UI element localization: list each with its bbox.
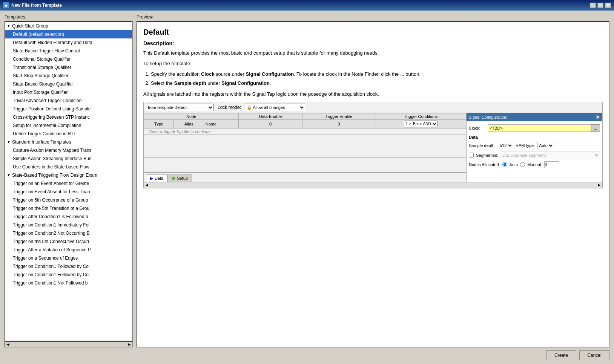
item-trigger-after-violation[interactable]: Trigger After a Violation of Sequence P: [5, 246, 132, 254]
preview-para1: This Default template provides the most …: [143, 49, 603, 57]
tab-data[interactable]: ▶ Data: [146, 174, 167, 182]
preview-area: Default Description: This Default templa…: [137, 21, 609, 347]
ram-type-select[interactable]: Auto: [537, 142, 554, 149]
close-button[interactable]: ✕: [605, 3, 611, 8]
item-hidden-hierarchy[interactable]: Default with Hidden Hierarchy and Data: [5, 38, 132, 47]
item-capture-avalon[interactable]: Capture Avalon Memory Mapped Trans: [5, 146, 132, 154]
segmented-checkbox[interactable]: [469, 153, 474, 158]
item-setup-incremental[interactable]: Setup for Incremental Compilation: [5, 121, 132, 130]
item-start-stop[interactable]: Start-Stop Storage Qualifier: [5, 72, 132, 80]
nodes-auto-radio[interactable]: [502, 162, 507, 167]
item-trivial-advanced-trigger[interactable]: Trivial Advanced Trigger Condition: [5, 96, 132, 105]
item-simple-avalon[interactable]: Simple Avalon Streaming Interface Bus: [5, 154, 132, 163]
preview-label: Preview:: [137, 14, 609, 20]
item-transitional-storage[interactable]: Transitional Storage Qualifier: [5, 63, 132, 72]
item-trigger-after-condition1[interactable]: Trigger After Condition1 is Followed b: [5, 213, 132, 221]
templates-label: Templates:: [5, 14, 133, 20]
window-title: New File from Template: [11, 3, 62, 8]
de-val: 0: [239, 119, 302, 128]
data-enable-header: Data Enable: [239, 113, 302, 119]
stp-scroll-left[interactable]: ◄: [144, 182, 149, 188]
item-define-trigger[interactable]: Define Trigger Condition in RTL: [5, 130, 132, 138]
segmented-label: Segmented:: [476, 153, 498, 158]
item-conditional-storage[interactable]: Conditional Storage Qualifier: [5, 55, 132, 63]
step-2: Select the Sample depth under Signal Con…: [151, 79, 603, 87]
templates-tree: ▼ Quick Start Group Default (default sel…: [5, 21, 133, 341]
group-state-based-triggering[interactable]: ▼ State-Based Triggering Flow Design Exa…: [5, 171, 132, 179]
signal-config-label: Signal Configuration:: [469, 115, 507, 119]
item-cross-triggering[interactable]: Cross-triggering Between STP Instanc: [5, 113, 132, 121]
item-trigger-5th-consecutive[interactable]: Trigger on the 5th Consecutive Occurr: [5, 237, 132, 246]
tab-setup[interactable]: ⚙ Setup: [167, 174, 192, 182]
signal-table: Node Data Enable Trigger Enable Trigger …: [144, 113, 466, 173]
scroll-left-btn[interactable]: ◄: [6, 342, 10, 347]
group-quick-start[interactable]: ▼ Quick Start Group: [5, 22, 132, 30]
cancel-button[interactable]: Cancel: [579, 350, 609, 360]
expand-icon-3: ▼: [7, 172, 11, 179]
trigger-enable-header: Trigger Enable: [302, 113, 376, 119]
preview-para2: To setup the template:: [143, 60, 603, 67]
trigger-condition-select[interactable]: 1 ✓ Basic AND: [404, 121, 438, 127]
bottom-bar: Create Cancel: [5, 347, 609, 360]
clock-label: Clock:: [469, 126, 488, 130]
data-section-label: Data: [469, 135, 600, 139]
sample-depth-select[interactable]: 512: [498, 142, 513, 149]
item-trigger-condition1-not-followed[interactable]: Trigger on Condition1 Not Followed b: [5, 279, 132, 287]
data-tab-icon: ▶: [150, 176, 153, 181]
item-default[interactable]: Default (default selection): [5, 30, 132, 38]
item-trigger-5th-occurrence[interactable]: Trigger on 5th Occurrence of a Group: [5, 196, 132, 204]
te-val: 0: [302, 119, 376, 128]
item-trigger-event-absent-greater[interactable]: Trigger on an Event Absent for Greate: [5, 179, 132, 188]
segmented-select[interactable]: 2 256 sample segments: [500, 151, 600, 159]
signal-tap-preview: from template Default Lock mode: 🔒 Allow…: [143, 102, 603, 188]
signal-config-close[interactable]: ✕: [596, 114, 600, 120]
lock-mode-select[interactable]: 🔒 Allow all changes: [245, 104, 305, 111]
description-label: Description:: [143, 40, 603, 46]
from-template-select[interactable]: from template Default: [146, 104, 214, 111]
item-trigger-event-absent-less[interactable]: Trigger on Event Absent for Less Than: [5, 188, 132, 196]
trigger-conditions-header: Trigger Conditions: [376, 113, 466, 119]
nodes-manual-label: Manual:: [527, 162, 542, 167]
nodes-manual-input[interactable]: [544, 161, 559, 168]
expand-icon-2: ▼: [7, 139, 11, 145]
item-trigger-sequence-edges[interactable]: Trigger on a Sequence of Edges: [5, 254, 132, 262]
open-file-message: Open a Signal Tap file to continue: [146, 126, 214, 137]
item-trigger-condition1-followed-2[interactable]: Trigger on Condition1 Followed by Co: [5, 271, 132, 279]
app-icon: ◆: [3, 2, 9, 8]
item-trigger-position[interactable]: Trigger Position Defined Using Sample: [5, 105, 132, 113]
nodes-manual-radio[interactable]: [520, 162, 525, 167]
item-trigger-condition1-followed-1[interactable]: Trigger on Condition1 Followed by Co: [5, 262, 132, 271]
stp-tab-bar: ▶ Data ⚙ Setup: [144, 173, 466, 182]
preview-steps: Specify the acquisition Clock source und…: [151, 70, 603, 87]
title-bar: ◆ New File from Template _ □ ✕: [0, 0, 614, 11]
item-input-port-storage[interactable]: Input Port Storage Qualifier: [5, 88, 132, 96]
step-1: Specify the acquisition Clock source und…: [151, 70, 603, 78]
item-trigger-condition2-not[interactable]: Trigger on Condition2 Not Occurring B: [5, 229, 132, 237]
maximize-button[interactable]: □: [597, 3, 603, 8]
clock-browse-button[interactable]: ...: [591, 124, 600, 132]
item-state-based-storage[interactable]: State-Based Storage Qualifier: [5, 80, 132, 88]
expand-icon: ▼: [7, 23, 11, 29]
item-trigger-5th-transition[interactable]: Trigger on the 5th Transition of a Grou: [5, 204, 132, 213]
minimize-button[interactable]: _: [590, 3, 596, 8]
item-state-based-trigger[interactable]: State-Based Trigger Flow Control: [5, 47, 132, 55]
scroll-right-btn[interactable]: ►: [127, 342, 132, 347]
lock-mode-label: Lock mode:: [218, 105, 241, 110]
preview-para3: All signals are latched into the registe…: [143, 90, 603, 98]
nodes-label: Nodes Allocated:: [469, 162, 500, 167]
sample-depth-label: Sample depth:: [469, 143, 496, 148]
item-use-counters[interactable]: Use Counters in the State-based Flow: [5, 163, 132, 171]
signal-config-panel: Signal Configuration: ✕ Clock: ... Data: [467, 113, 602, 182]
nodes-auto-label: Auto: [510, 162, 518, 167]
ram-type-label: RAM type:: [516, 143, 535, 148]
node-header: Node: [144, 113, 239, 119]
clock-input[interactable]: [488, 124, 591, 132]
stp-scroll-right[interactable]: ►: [597, 182, 602, 188]
item-trigger-condition1-immediately[interactable]: Trigger on Condition1 Immediately Fol: [5, 221, 132, 229]
tc-val: 1 ✓ Basic AND: [376, 119, 466, 128]
setup-tab-icon: ⚙: [172, 176, 175, 181]
create-button[interactable]: Create: [546, 350, 576, 360]
preview-title: Default: [143, 28, 603, 37]
group-standard-interface[interactable]: ▼ Standard Interface Templates: [5, 138, 132, 146]
